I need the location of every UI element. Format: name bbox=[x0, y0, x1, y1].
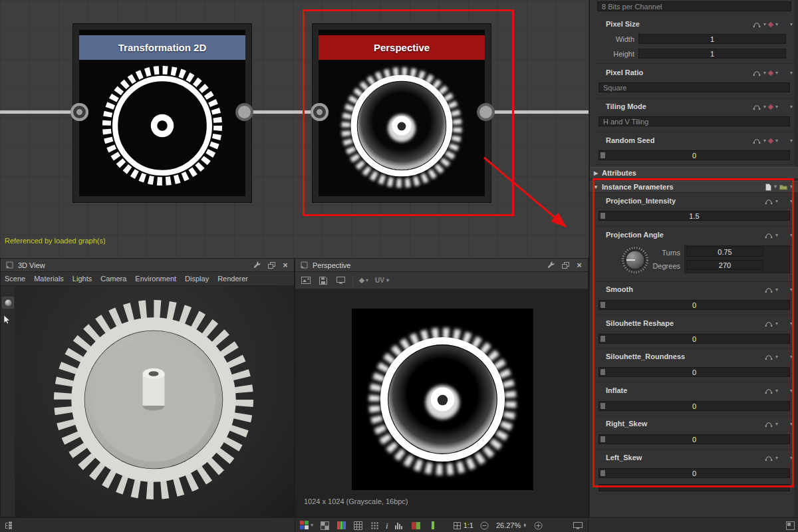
zoom-out-icon[interactable] bbox=[479, 521, 490, 530]
rgb-channels-icon[interactable] bbox=[336, 521, 346, 530]
node-transformation-2d[interactable]: Transformation 2D bbox=[73, 24, 251, 202]
tiling-mode-dropdown[interactable]: H and V Tiling bbox=[598, 116, 790, 126]
section-label: Instance Parameters bbox=[602, 183, 674, 191]
grid-toggle-icon[interactable] bbox=[352, 521, 363, 530]
panel-tools-icon[interactable] bbox=[252, 261, 263, 270]
section-instance-parameters[interactable]: ▼ Instance Parameters ▾ ▾ bbox=[590, 181, 798, 193]
viewport-2d[interactable]: 1024 x 1024 (Grayscale, 16bpc) bbox=[295, 289, 588, 517]
right-skew-slider[interactable]: 0 bbox=[598, 434, 790, 444]
channels-select-icon[interactable]: ▾ bbox=[300, 521, 313, 530]
function-icon[interactable] bbox=[765, 455, 773, 462]
menu-scene[interactable]: Scene bbox=[5, 275, 25, 283]
uv-mode-dropdown[interactable]: UV▾ bbox=[375, 277, 389, 284]
function-icon[interactable] bbox=[753, 70, 761, 76]
random-seed-param-icons[interactable]: ▾▾ ▾ bbox=[753, 137, 793, 145]
viewport-3d[interactable] bbox=[1, 286, 294, 517]
param-icons[interactable]: ▾▾ bbox=[765, 420, 793, 428]
panel-close-icon[interactable]: × bbox=[574, 261, 585, 270]
link-icon[interactable] bbox=[768, 70, 773, 76]
image-icon[interactable] bbox=[301, 276, 311, 285]
node-graph-canvas[interactable]: Transformation 2D Perspective bbox=[0, 0, 589, 258]
function-icon[interactable] bbox=[765, 232, 773, 239]
pixel-ratio-param-icons[interactable]: ▾▾ ▾ bbox=[753, 69, 793, 77]
section-attributes[interactable]: ▶ Attributes bbox=[590, 167, 798, 179]
menu-materials[interactable]: Materials bbox=[34, 275, 64, 283]
degrees-field[interactable]: 270 bbox=[686, 260, 763, 270]
panel-title-bar[interactable]: 3D View × bbox=[1, 259, 294, 272]
function-icon[interactable] bbox=[765, 421, 773, 428]
param-icons[interactable]: ▾▾ bbox=[765, 231, 793, 239]
panel-title-bar[interactable]: Perspective × bbox=[295, 259, 588, 272]
smooth-slider[interactable]: 0 bbox=[598, 300, 790, 310]
link-icon[interactable] bbox=[768, 22, 773, 27]
function-icon[interactable] bbox=[753, 21, 761, 28]
output-connector[interactable] bbox=[477, 103, 495, 121]
param-icons[interactable]: ▾▾ bbox=[765, 198, 793, 205]
param-icons[interactable]: ▾▾ bbox=[765, 454, 793, 462]
save-image-icon[interactable] bbox=[318, 276, 329, 285]
panel-float-icon[interactable] bbox=[266, 261, 277, 270]
random-seed-slider[interactable]: 0 bbox=[598, 150, 790, 160]
panel-float-icon[interactable] bbox=[560, 261, 571, 270]
width-input[interactable]: 1 bbox=[638, 34, 786, 44]
function-icon[interactable] bbox=[753, 138, 761, 144]
tiling-mode-param-icons[interactable]: ▾▾ ▾ bbox=[753, 103, 793, 111]
pixel-ratio-dropdown[interactable]: Square bbox=[598, 82, 790, 92]
menu-lights[interactable]: Lights bbox=[72, 275, 92, 283]
preset-page-icon[interactable] bbox=[765, 184, 771, 191]
graph-tree-icon[interactable] bbox=[3, 521, 13, 530]
menu-environment[interactable]: Environment bbox=[135, 275, 176, 283]
turns-field[interactable]: 0.75 bbox=[686, 247, 763, 257]
projection-intensity-slider[interactable]: 1.5 bbox=[598, 211, 790, 221]
section-label: Attributes bbox=[602, 169, 636, 177]
input-connector[interactable] bbox=[70, 103, 88, 121]
color-profile-icon[interactable] bbox=[411, 521, 422, 530]
panel-tools-icon[interactable] bbox=[546, 261, 557, 270]
bits-per-channel-dropdown[interactable]: 8 Bits per Channel bbox=[597, 1, 791, 11]
function-icon[interactable] bbox=[765, 198, 773, 205]
preset-folder-icon[interactable] bbox=[779, 184, 787, 190]
function-icon[interactable] bbox=[765, 388, 773, 394]
information-icon[interactable]: i bbox=[386, 521, 388, 530]
param-icons[interactable]: ▾▾ bbox=[765, 387, 793, 395]
menu-camera[interactable]: Camera bbox=[100, 275, 126, 283]
select-cursor-icon[interactable] bbox=[3, 315, 12, 327]
input-connector[interactable] bbox=[311, 103, 329, 121]
inflate-slider[interactable]: 0 bbox=[598, 401, 790, 411]
left-skew-slider[interactable]: 0 bbox=[598, 468, 790, 478]
panel-close-icon[interactable]: × bbox=[280, 261, 291, 270]
function-icon[interactable] bbox=[765, 354, 773, 360]
height-input[interactable]: 1 bbox=[638, 49, 786, 59]
properties-scrollbar[interactable] bbox=[794, 0, 798, 517]
menu-display[interactable]: Display bbox=[185, 275, 209, 283]
function-icon[interactable] bbox=[765, 321, 773, 327]
shading-mode-icon[interactable] bbox=[2, 297, 14, 309]
background-checker-icon[interactable] bbox=[319, 521, 330, 530]
tile-preview-icon[interactable] bbox=[369, 521, 380, 530]
silouhette-roundness-slider[interactable]: 0 bbox=[598, 367, 790, 377]
zoom-level-control[interactable]: 26.27% ▲▼ bbox=[496, 521, 527, 529]
node-perspective[interactable]: Perspective bbox=[313, 24, 491, 202]
fullscreen-preview-icon[interactable] bbox=[573, 521, 583, 530]
output-connector[interactable] bbox=[235, 103, 253, 121]
gamma-indicator-icon[interactable] bbox=[428, 521, 438, 530]
histogram-icon[interactable] bbox=[394, 521, 405, 530]
panel-layout-icon[interactable] bbox=[785, 521, 795, 530]
param-icons[interactable]: ▾▾ bbox=[765, 320, 793, 328]
param-icons[interactable]: ▾▾ bbox=[765, 353, 793, 361]
material-channel-icon[interactable]: ▾ bbox=[360, 276, 368, 285]
function-icon[interactable] bbox=[765, 287, 773, 293]
param-icons[interactable]: ▾▾ bbox=[765, 286, 793, 294]
pixel-ratio-control[interactable]: 1:1 bbox=[454, 521, 473, 529]
partial-slider[interactable] bbox=[598, 484, 790, 491]
function-icon[interactable] bbox=[753, 104, 761, 110]
zoom-in-icon[interactable] bbox=[533, 521, 543, 530]
menu-renderer[interactable]: Renderer bbox=[217, 275, 248, 283]
link-icon[interactable] bbox=[768, 138, 773, 144]
view3d-side-toolbar bbox=[1, 286, 15, 517]
pixel-size-param-icons[interactable]: ▾▾ ▾ bbox=[753, 21, 793, 29]
node-title: Transformation 2D bbox=[118, 42, 207, 53]
link-icon[interactable] bbox=[768, 104, 773, 110]
display-settings-icon[interactable] bbox=[335, 276, 346, 285]
silouhette-reshape-slider[interactable]: 0 bbox=[598, 334, 790, 344]
